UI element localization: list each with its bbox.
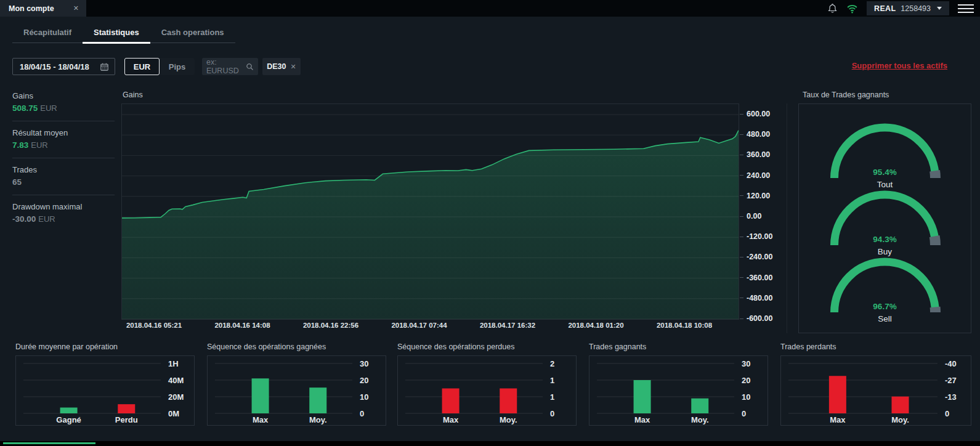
stat-value: 508.75 [12, 103, 38, 113]
x-tick-label: 2018.04.16 22:56 [303, 322, 358, 329]
bar-gagn [60, 408, 78, 413]
divider [12, 195, 115, 195]
section-tabs: Récapitulatif Statistiques Cash operatio… [12, 28, 235, 43]
bar-moy [500, 389, 517, 414]
bar-chart-svg: 3020100MaxMoy. [589, 356, 767, 425]
bar-tick-label: 20 [742, 376, 750, 385]
bar-max [829, 376, 846, 413]
bell-icon[interactable] [827, 3, 838, 14]
menu-icon[interactable] [958, 4, 974, 13]
gauge-percent: 95.4% [873, 168, 896, 177]
x-tick-label: 2018.04.16 05:21 [126, 322, 182, 329]
gauge-percent: 94.3% [873, 235, 896, 244]
bar-chart-title: Séquence des opérations gagnées [207, 343, 386, 352]
account-selector[interactable]: REAL 1258493 [867, 1, 949, 15]
bar-chart-panel: Séquence des opérations perdues2110MaxMo… [397, 343, 577, 426]
bar-tick-label: 30 [742, 359, 750, 368]
chevron-down-icon [937, 7, 942, 10]
calendar-icon[interactable] [100, 62, 109, 71]
account-type: REAL [874, 4, 896, 13]
bar-chart-box: 3020100MaxMoy. [589, 355, 768, 426]
bar-chart-svg: 3020100MaxMoy. [208, 356, 386, 425]
bar-chart-panel: Trades gagnants3020100MaxMoy. [589, 343, 768, 426]
bar-category-label: Max [634, 415, 650, 424]
bottom-bar [0, 441, 980, 446]
stat-value: 65 [12, 177, 22, 187]
gauge-label: Tout [877, 180, 893, 189]
stat-unit: EUR [31, 140, 47, 150]
bar-chart-title: Durée moyenne par opération [15, 343, 195, 352]
bar-chart-panel: Séquence des opérations gagnées3020100Ma… [207, 343, 386, 426]
currency-toggle-pips[interactable]: Pips [160, 58, 195, 75]
stat-unit: EUR [40, 103, 57, 113]
account-id: 1258493 [901, 4, 931, 13]
bar-tick-label: -13 [945, 392, 957, 402]
wifi-icon [846, 4, 858, 14]
topbar-actions: REAL 1258493 [827, 0, 974, 17]
asset-chip-de30[interactable]: DE30 ✕ [262, 58, 301, 75]
bar-tick-label: -27 [945, 376, 957, 385]
stat-trades: Trades 65 [12, 165, 115, 187]
bar-tick-label: 0 [550, 409, 554, 418]
app-window: Mon compte ✕ REAL 1258493 Réc [0, 0, 980, 446]
close-icon[interactable]: ✕ [73, 4, 79, 12]
bar-tick-label: 30 [360, 359, 368, 368]
bar-chart-title: Trades perdants [780, 343, 971, 352]
gauge-arc-loss [935, 171, 936, 178]
currency-toggle-eur[interactable]: EUR [124, 58, 160, 75]
remove-all-assets-link[interactable]: Supprimer tous les actifs [852, 61, 947, 70]
bar-category-label: Max [443, 415, 459, 424]
bar-category-label: Moy. [891, 415, 909, 424]
gains-chart-svg [122, 104, 739, 319]
bar-category-label: Max [830, 415, 846, 424]
tab-statistiques[interactable]: Statistiques [83, 28, 150, 43]
x-tick-label: 2018.04.17 07:44 [391, 322, 447, 329]
search-placeholder: ex: EURUSD [206, 58, 246, 75]
y-tick-label: -240.00 [740, 253, 772, 261]
bar-chart-box: 2110MaxMoy. [397, 355, 577, 426]
tab-recapitulatif[interactable]: Récapitulatif [12, 28, 83, 43]
stat-gains: Gains 508.75EUR [12, 91, 115, 113]
y-tick-label: 240.00 [740, 171, 770, 180]
search-icon[interactable] [246, 62, 254, 71]
bar-chart-svg: -40-27-130MaxMoy. [781, 356, 971, 425]
y-tick-label: 480.00 [740, 130, 770, 139]
stat-label: Trades [12, 165, 115, 174]
date-range-input[interactable]: 18/04/15 - 18/04/18 [12, 58, 115, 75]
bar-chart-panel: Durée moyenne par opération1H40M20M0MGag… [15, 343, 195, 426]
bar-tick-label: -40 [945, 359, 957, 368]
bar-tick-label: 20M [168, 392, 184, 402]
bar-category-label: Max [253, 415, 269, 424]
y-tick-label: 120.00 [740, 192, 770, 200]
bar-max [634, 380, 651, 413]
gains-chart-title: Gains [123, 91, 143, 99]
chip-close-icon[interactable]: ✕ [291, 63, 296, 71]
stat-drawdown: Drawdown maximal -30.00EUR [12, 202, 115, 224]
bar-tick-label: 1 [550, 376, 554, 385]
bar-chart-box: 3020100MaxMoy. [207, 355, 386, 426]
bar-chart-panel: Trades perdants-40-27-130MaxMoy. [780, 343, 971, 426]
top-bar: Mon compte ✕ REAL 1258493 [0, 0, 980, 17]
stat-label: Résultat moyen [12, 128, 115, 137]
bar-chart-svg: 2110MaxMoy. [398, 356, 576, 425]
bar-tick-label: 0 [945, 409, 949, 418]
bar-category-label: Moy. [309, 415, 327, 424]
bar-tick-label: 2 [550, 359, 554, 368]
y-tick-label: 600.00 [740, 110, 770, 118]
y-tick-label: -480.00 [740, 294, 772, 302]
bar-tick-label: 10 [742, 392, 750, 402]
main-content: Récapitulatif Statistiques Cash operatio… [0, 17, 980, 441]
bar-chart-title: Trades gagnants [589, 343, 768, 352]
bar-tick-label: 20 [360, 376, 368, 385]
gauges-title: Taux de Trades gagnants [803, 91, 889, 99]
bar-chart-svg: 1H40M20M0MGagnéPerdu [16, 356, 194, 425]
gains-area-fill [122, 131, 739, 319]
x-tick-label: 2018.04.18 10:08 [657, 322, 712, 329]
bar-chart-box: -40-27-130MaxMoy. [780, 355, 971, 426]
account-tab[interactable]: Mon compte ✕ [0, 0, 86, 17]
stat-value: 7.83 [12, 140, 28, 150]
bar-tick-label: 1H [168, 359, 179, 368]
y-tick-label: 0.00 [740, 212, 761, 221]
symbol-search-input[interactable]: ex: EURUSD [202, 58, 258, 75]
tab-cash-operations[interactable]: Cash operations [150, 28, 235, 43]
